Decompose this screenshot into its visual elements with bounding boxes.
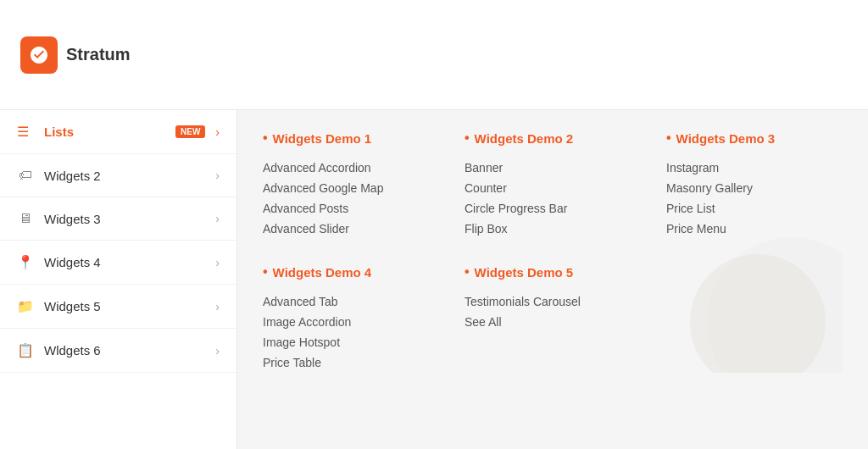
menu-section-demo2: Widgets Demo 2BannerCounterCircle Progre…	[465, 130, 641, 239]
lists-arrow-icon: ›	[215, 125, 220, 139]
menu-item-demo5-0[interactable]: Testimonials Carousel	[465, 291, 641, 312]
menu-section-items-demo3: InstagramMasonry GalleryPrice ListPrice …	[666, 158, 843, 239]
lists-new-badge: NEW	[175, 125, 205, 138]
widgets-4-arrow-icon: ›	[215, 256, 220, 269]
menu-section-title-demo5: Widgets Demo 5	[465, 264, 641, 280]
widgets-3-arrow-icon: ›	[215, 212, 220, 225]
widgets-6-arrow-icon: ›	[215, 344, 220, 358]
header: Stratum	[0, 0, 868, 110]
logo-text: Stratum	[66, 45, 131, 64]
menu-section-title-demo1: Widgets Demo 1	[263, 130, 439, 146]
widgets-6-icon: 📋	[17, 342, 34, 358]
menu-section-items-demo4: Advanced TabImage AccordionImage Hotspot…	[263, 291, 439, 373]
sidebar-item-widgets-5[interactable]: 📁 Widgets 5 ›	[0, 285, 236, 329]
menu-item-demo4-1[interactable]: Image Accordion	[263, 312, 439, 332]
menu-item-demo3-1[interactable]: Masonry Gallery	[666, 178, 843, 198]
widgets-2-arrow-icon: ›	[215, 169, 220, 182]
menu-item-demo3-3[interactable]: Price Menu	[666, 219, 843, 239]
logo-icon	[20, 36, 58, 74]
menu-section-title-demo2: Widgets Demo 2	[465, 130, 641, 146]
lists-label: Lists	[44, 125, 160, 139]
menu-section-items-demo2: BannerCounterCircle Progress BarFlip Box	[465, 158, 641, 239]
sidebar-item-widgets-2[interactable]: 🏷 Widgets 2 ›	[0, 154, 236, 197]
sidebar-item-lists[interactable]: ☰ Lists NEW ›	[0, 110, 236, 154]
menu-item-demo1-0[interactable]: Advanced Accordion	[263, 158, 439, 178]
widgets-5-arrow-icon: ›	[215, 300, 220, 313]
menu-item-demo1-3[interactable]: Advanced Slider	[263, 219, 439, 239]
menu-grid: Widgets Demo 1Advanced AccordionAdvanced…	[263, 130, 843, 373]
widgets-4-label: Widgets 4	[44, 255, 205, 269]
menu-item-demo4-3[interactable]: Price Table	[263, 352, 439, 373]
widgets-5-icon: 📁	[17, 298, 34, 314]
menu-section-title-demo3: Widgets Demo 3	[666, 130, 843, 146]
menu-section-demo3: Widgets Demo 3InstagramMasonry GalleryPr…	[666, 130, 843, 239]
menu-section-items-demo1: Advanced AccordionAdvanced Google MapAdv…	[263, 158, 439, 239]
sidebar-item-widgets-3[interactable]: 🖥 Widgets 3 ›	[0, 197, 236, 241]
widgets-6-label: Wldgets 6	[44, 343, 205, 358]
sidebar-item-widgets-6[interactable]: 📋 Wldgets 6 ›	[0, 329, 236, 373]
widgets-2-icon: 🏷	[17, 168, 34, 183]
menu-section-demo5: Widgets Demo 5Testimonials CarouselSee A…	[465, 264, 641, 373]
menu-section-title-demo4: Widgets Demo 4	[263, 264, 439, 280]
lists-icon: ☰	[17, 124, 34, 140]
menu-item-demo3-0[interactable]: Instagram	[666, 158, 843, 178]
menu-section-demo4: Widgets Demo 4Advanced TabImage Accordio…	[263, 264, 439, 373]
menu-item-demo2-2[interactable]: Circle Progress Bar	[465, 198, 641, 219]
logo: Stratum	[20, 36, 131, 74]
widgets-5-label: Widgets 5	[44, 299, 205, 313]
menu-item-demo1-2[interactable]: Advanced Posts	[263, 198, 439, 219]
content-wrapper: Widgets Demo 1Advanced AccordionAdvanced…	[263, 130, 843, 373]
menu-item-demo2-1[interactable]: Counter	[465, 178, 641, 198]
sidebar: ☰ Lists NEW › 🏷 Widgets 2 › 🖥 Widgets 3 …	[0, 110, 237, 449]
menu-item-demo4-2[interactable]: Image Hotspot	[263, 332, 439, 352]
widgets-3-label: Widgets 3	[44, 212, 205, 226]
widgets-2-label: Widgets 2	[44, 169, 205, 183]
menu-item-demo5-1[interactable]: See All	[465, 312, 641, 332]
menu-item-demo2-0[interactable]: Banner	[465, 158, 641, 178]
menu-section-demo1: Widgets Demo 1Advanced AccordionAdvanced…	[263, 130, 439, 239]
widgets-4-icon: 📍	[17, 254, 34, 270]
main-layout: ☰ Lists NEW › 🏷 Widgets 2 › 🖥 Widgets 3 …	[0, 110, 868, 449]
sidebar-item-widgets-4[interactable]: 📍 Widgets 4 ›	[0, 241, 236, 285]
content-area: Widgets Demo 1Advanced AccordionAdvanced…	[237, 110, 868, 449]
stratum-logo-svg	[27, 43, 51, 67]
menu-item-demo2-3[interactable]: Flip Box	[465, 219, 641, 239]
menu-item-demo1-1[interactable]: Advanced Google Map	[263, 178, 439, 198]
widgets-3-icon: 🖥	[17, 211, 34, 226]
menu-item-demo4-0[interactable]: Advanced Tab	[263, 291, 439, 312]
menu-section-items-demo5: Testimonials CarouselSee All	[465, 291, 641, 332]
menu-item-demo3-2[interactable]: Price List	[666, 198, 843, 219]
